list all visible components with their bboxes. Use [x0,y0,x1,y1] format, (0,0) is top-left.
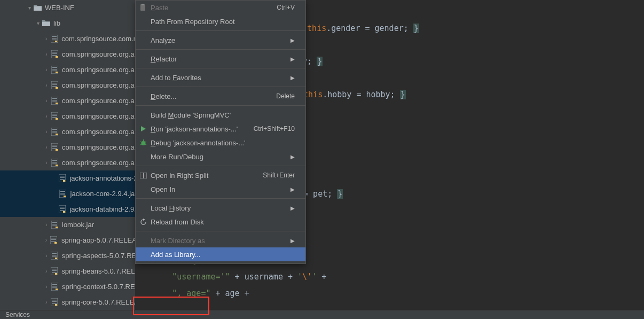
svg-rect-81 [52,284,57,285]
chevron-right-icon[interactable]: › [43,113,50,119]
svg-rect-87 [52,301,57,302]
tree-row[interactable]: ›com.springsource.org.a [0,139,135,155]
tree-row[interactable]: ▾lib [0,15,135,31]
tree-row[interactable]: ›com.springsource.com.m [0,31,135,46]
run-icon [139,125,147,133]
svg-rect-28 [52,117,57,118]
chevron-right-icon[interactable]: › [43,144,50,150]
menu-item[interactable]: Run 'jackson-annotations-...'Ctrl+Shift+… [136,122,305,136]
project-tree[interactable]: ▾WEB-INF▾lib›com.springsource.com.m›com.… [0,0,135,310]
tree-item-label: com.springsource.org.a [62,128,135,136]
menu-item[interactable]: Add as Library... [136,247,305,261]
chevron-right-icon[interactable]: › [43,253,50,259]
chevron-right-icon[interactable]: › [43,284,50,290]
chevron-down-icon[interactable]: ▾ [26,5,33,11]
svg-rect-66 [51,238,56,238]
menu-item[interactable]: Build Module 'SpringMVC' [136,108,305,122]
menu-item[interactable]: Open In▶ [136,182,305,196]
tree-row[interactable]: jackson-annotations-2.9 [0,170,135,186]
menu-item[interactable]: Refactor▶ [136,52,305,66]
svg-rect-72 [52,255,57,255]
svg-rect-69 [54,242,57,244]
tree-row[interactable]: ›com.springsource.org.a [0,124,135,139]
menu-item[interactable]: More Run/Debug▶ [136,150,305,164]
menu-item[interactable]: Open in Right SplitShift+Enter [136,168,305,182]
tree-row[interactable]: ▾WEB-INF [0,0,135,15]
tree-row[interactable]: ›spring-aspects-5.0.7.RE [0,248,135,263]
svg-rect-68 [51,241,56,242]
chevron-right-icon[interactable]: › [43,222,50,228]
svg-rect-77 [52,270,57,271]
tree-row[interactable]: ›com.springsource.org.a [0,46,135,62]
tree-item-label: lib [53,19,60,27]
menu-item[interactable]: Debug 'jackson-annotations-...' [136,136,305,150]
menu-item[interactable]: Add to Favorites▶ [136,71,305,84]
menu-item-label: More Run/Debug [151,153,203,161]
chevron-right-icon[interactable]: › [43,299,50,305]
tree-row[interactable]: ›spring-aop-5.0.7.RELEAS [0,232,135,248]
chevron-right-icon[interactable]: › [43,268,50,274]
jar-icon [50,298,58,307]
menu-item-label: Delete... [151,92,176,100]
svg-rect-49 [63,180,65,182]
tree-row[interactable]: ›com.springsource.org.a [0,108,135,124]
context-menu[interactable]: PasteCtrl+VPath From Repository RootAnal… [135,0,306,264]
svg-rect-42 [52,162,57,162]
tree-row[interactable]: ›spring-core-5.0.7.RELEA [0,294,135,310]
services-label: Services [5,311,30,318]
chevron-right-icon[interactable]: › [43,36,50,42]
menu-item[interactable]: Delete...Delete [136,89,305,103]
tree-row[interactable]: jackson-core-2.9.4.jar [0,186,135,201]
chevron-right-icon[interactable]: › [43,67,50,73]
menu-item: PasteCtrl+V [136,1,305,14]
chevron-right-icon[interactable]: › [43,160,50,166]
tree-row[interactable]: ›lombok.jar [0,217,135,232]
chevron-right-icon[interactable]: › [43,129,50,135]
submenu-arrow-icon: ▶ [290,75,295,81]
jar-icon [50,128,59,136]
jar-icon [50,159,59,167]
menu-item-shortcut: Shift+Enter [263,172,295,179]
jar-icon [50,283,59,291]
menu-item-label: Open in Right Split [151,172,208,180]
tree-row[interactable]: ›com.springsource.org.a [0,93,135,108]
code-token: } [317,57,323,66]
chevron-right-icon[interactable]: › [43,51,50,57]
menu-item[interactable]: Local History▶ [136,201,305,215]
tree-row[interactable]: ›com.springsource.org.a [0,77,135,93]
menu-item-label: Path From Repository Root [151,18,235,26]
chevron-down-icon[interactable]: ▾ [34,20,42,26]
code-token: ' [297,272,302,282]
jar-icon [50,143,59,152]
menu-separator [136,68,305,68]
menu-separator [136,105,305,106]
svg-rect-52 [60,193,65,193]
chevron-right-icon[interactable]: › [43,82,50,88]
menu-item-label: Build Module 'SpringMVC' [151,111,231,119]
chevron-right-icon[interactable]: › [43,98,50,104]
svg-rect-83 [52,287,57,288]
tree-row[interactable]: jackson-databind-2.9.4.j [0,201,135,217]
tree-row[interactable]: ›com.springsource.org.a [0,62,135,77]
menu-item[interactable]: Path From Repository Root [136,14,305,28]
code-token: \' [302,272,312,282]
menu-item[interactable]: Reload from Disk [136,215,305,229]
menu-item-label: Debug 'jackson-annotations-...' [151,139,246,147]
menu-item[interactable]: Analyze▶ [136,33,305,47]
svg-rect-21 [52,98,57,99]
svg-rect-86 [52,300,57,300]
services-toolwindow-button[interactable]: Services [0,310,644,319]
tree-item-label: spring-aop-5.0.7.RELEAS [61,236,135,244]
jar-icon [50,35,58,43]
menu-separator [136,87,305,87]
svg-rect-27 [52,115,57,116]
tree-row[interactable]: ›com.springsource.org.a [0,155,135,170]
submenu-arrow-icon: ▶ [290,154,295,160]
submenu-arrow-icon: ▶ [290,186,295,192]
svg-rect-9 [56,56,58,58]
tree-row[interactable]: ›spring-context-5.0.7.RE [0,279,135,294]
menu-item-label: Run 'jackson-annotations-...' [151,125,238,133]
tree-row[interactable]: ›spring-beans-5.0.7.RELE [0,263,135,279]
svg-rect-76 [52,269,57,269]
chevron-right-icon[interactable]: › [43,237,50,243]
